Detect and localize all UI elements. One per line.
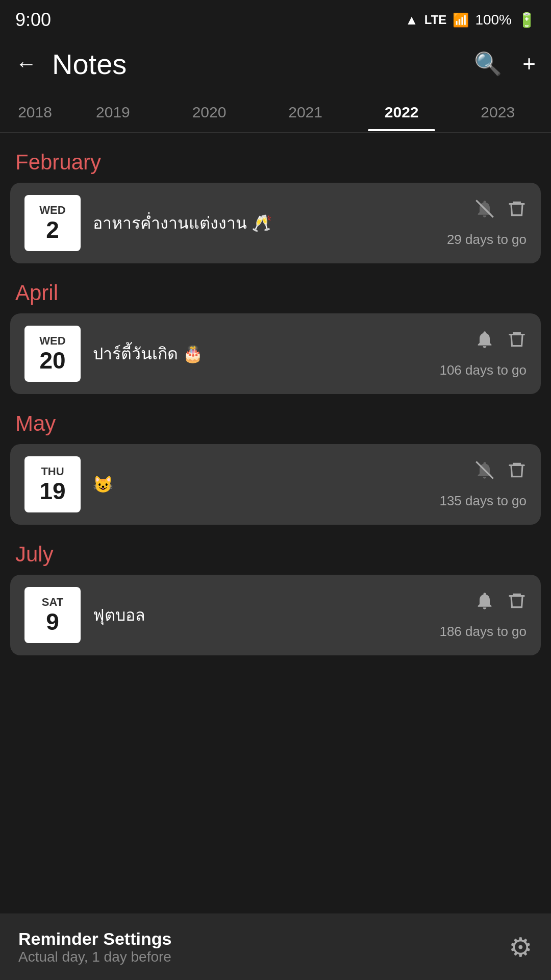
year-tab-2022[interactable]: 2022 bbox=[354, 93, 450, 131]
note-action-icons bbox=[474, 460, 527, 485]
battery-icon: 🔋 bbox=[518, 12, 536, 29]
status-time: 9:00 bbox=[15, 9, 51, 31]
days-to-go: 186 days to go bbox=[439, 624, 527, 640]
note-card: SAT9ฟุตบอล 186 days to go bbox=[10, 575, 541, 655]
note-action-icons bbox=[474, 329, 527, 354]
note-text-area: ฟุตบอล bbox=[93, 604, 427, 627]
date-box: THU19 bbox=[24, 456, 81, 512]
days-to-go: 106 days to go bbox=[439, 362, 527, 378]
date-box: SAT9 bbox=[24, 587, 81, 643]
note-card: WED2อาหารค่ำงานแต่งงาน 🥂 29 days to go bbox=[10, 183, 541, 263]
bell-active-icon[interactable] bbox=[474, 591, 495, 616]
note-actions: 106 days to go bbox=[439, 329, 527, 378]
note-action-icons bbox=[474, 591, 527, 616]
bottom-bar: Reminder Settings Actual day, 1 day befo… bbox=[0, 914, 551, 980]
days-to-go: 135 days to go bbox=[439, 493, 527, 509]
note-text-area: ปาร์ตี้วันเกิด 🎂 bbox=[93, 342, 427, 365]
note-action-icons bbox=[474, 199, 527, 224]
add-button[interactable]: + bbox=[522, 51, 536, 77]
note-title: ฟุตบอล bbox=[93, 604, 427, 627]
note-actions: 186 days to go bbox=[439, 591, 527, 640]
month-label-may: May bbox=[10, 399, 541, 444]
bell-muted-icon[interactable] bbox=[474, 460, 495, 485]
day-number: 19 bbox=[39, 478, 65, 504]
notes-content: FebruaryWED2อาหารค่ำงานแต่งงาน 🥂 29 days… bbox=[0, 133, 551, 737]
wifi-icon: ▲ bbox=[405, 12, 418, 28]
bell-active-icon[interactable] bbox=[474, 329, 495, 354]
lte-icon: LTE bbox=[424, 13, 447, 27]
day-number: 9 bbox=[46, 609, 59, 635]
status-bar: 9:00 ▲ LTE 📶 100% 🔋 bbox=[0, 0, 551, 36]
header-icons: 🔍 + bbox=[474, 51, 536, 77]
day-name: WED bbox=[39, 334, 65, 348]
note-title: 😺 bbox=[93, 473, 427, 496]
days-to-go: 29 days to go bbox=[447, 232, 527, 248]
note-actions: 135 days to go bbox=[439, 460, 527, 509]
year-tab-2019[interactable]: 2019 bbox=[65, 93, 161, 131]
day-number: 20 bbox=[39, 348, 65, 374]
trash-icon[interactable] bbox=[507, 591, 527, 615]
note-text-area: 😺 bbox=[93, 473, 427, 496]
day-name: WED bbox=[39, 204, 65, 217]
search-button[interactable]: 🔍 bbox=[474, 51, 502, 77]
day-number: 2 bbox=[46, 217, 59, 243]
note-text-area: อาหารค่ำงานแต่งงาน 🥂 bbox=[93, 212, 435, 235]
year-tab-2021[interactable]: 2021 bbox=[257, 93, 354, 131]
date-box: WED2 bbox=[24, 195, 81, 251]
header: ← Notes 🔍 + bbox=[0, 36, 551, 92]
note-title: อาหารค่ำงานแต่งงาน 🥂 bbox=[93, 212, 435, 235]
note-title: ปาร์ตี้วันเกิด 🎂 bbox=[93, 342, 427, 365]
day-name: SAT bbox=[42, 596, 63, 609]
year-tab-2020[interactable]: 2020 bbox=[161, 93, 258, 131]
trash-icon[interactable] bbox=[507, 460, 527, 484]
back-button[interactable]: ← bbox=[15, 52, 37, 76]
note-actions: 29 days to go bbox=[447, 199, 527, 248]
reminder-settings-text: Reminder Settings Actual day, 1 day befo… bbox=[18, 929, 509, 965]
date-box: WED20 bbox=[24, 326, 81, 382]
day-name: THU bbox=[41, 465, 64, 478]
month-label-february: February bbox=[10, 138, 541, 183]
trash-icon[interactable] bbox=[507, 199, 527, 223]
bell-muted-icon[interactable] bbox=[474, 199, 495, 224]
battery-percentage: 100% bbox=[475, 12, 512, 28]
status-icons: ▲ LTE 📶 100% 🔋 bbox=[405, 12, 536, 29]
reminder-settings-title: Reminder Settings bbox=[18, 929, 509, 949]
settings-gear-button[interactable]: ⚙ bbox=[509, 932, 533, 963]
note-card: THU19😺 135 days to go bbox=[10, 444, 541, 525]
year-tabs: 201820192020202120222023 bbox=[0, 92, 551, 133]
signal-icon: 📶 bbox=[453, 12, 469, 28]
year-tab-2018[interactable]: 2018 bbox=[5, 93, 65, 131]
month-label-april: April bbox=[10, 268, 541, 313]
page-title: Notes bbox=[52, 47, 474, 81]
year-tab-2023[interactable]: 2023 bbox=[449, 93, 546, 131]
month-label-july: July bbox=[10, 530, 541, 575]
note-card: WED20ปาร์ตี้วันเกิด 🎂 106 days to go bbox=[10, 313, 541, 394]
trash-icon[interactable] bbox=[507, 330, 527, 354]
reminder-settings-subtitle: Actual day, 1 day before bbox=[18, 949, 509, 965]
